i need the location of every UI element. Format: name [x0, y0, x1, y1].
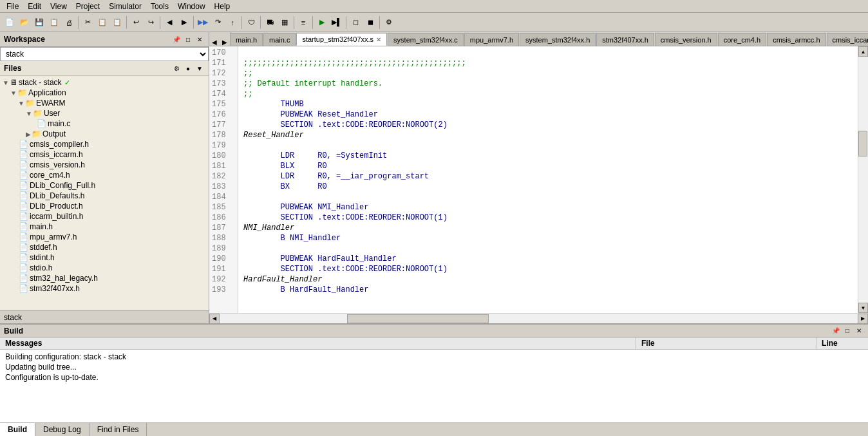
workspace-select[interactable]: stack	[0, 47, 209, 61]
code-content[interactable]: ;;;;;;;;;;;;;;;;;;;;;;;;;;;;;;;;;;;;;;;;…	[238, 46, 858, 313]
files-settings-icon[interactable]: ⚙	[171, 63, 182, 73]
pin-icon[interactable]: 📌	[171, 34, 182, 44]
tree-stdio[interactable]: 📄 stdio.h	[0, 263, 209, 273]
scroll-down-btn[interactable]: ▼	[858, 303, 868, 313]
toolbar-stack[interactable]: ▦	[278, 15, 292, 30]
toolbar-shield[interactable]: 🛡	[244, 15, 258, 30]
toolbar-step-over[interactable]: ↷	[211, 15, 225, 30]
maximize-icon[interactable]: □	[183, 34, 193, 44]
hscroll-thumb[interactable]	[347, 314, 489, 323]
tab-system-c[interactable]: system_stm32f4xx.c	[388, 33, 464, 46]
tree-dlib-config[interactable]: 📄 DLib_Config_Full.h	[0, 180, 209, 191]
scroll-thumb[interactable]	[858, 131, 867, 156]
tab-cmsis-ver[interactable]: cmsis_version.h	[655, 33, 717, 46]
hscroll-right-btn[interactable]: ▶	[858, 314, 868, 324]
toolbar-device[interactable]: ⚙	[382, 15, 396, 30]
menu-file[interactable]: File	[3, 1, 23, 12]
toolbar-undo[interactable]: ↩	[129, 15, 143, 30]
tree-ewarm[interactable]: ▼ 📁 EWARM	[0, 98, 209, 108]
tab-cmsis-iccarm[interactable]: cmsis_iccarm.h	[827, 33, 868, 46]
ewarm-folder-icon: 📁	[25, 99, 35, 108]
sidebar-bottom-label: stack	[4, 313, 22, 322]
menu-simulator[interactable]: Simulator	[105, 1, 146, 12]
toolbar-cut[interactable]: ✂	[80, 15, 95, 30]
toolbar-run[interactable]: ▶	[315, 15, 329, 30]
tab-scroll-right[interactable]: ▶	[220, 39, 230, 46]
tree-iccarm-builtin[interactable]: 📄 iccarm_builtin.h	[0, 211, 209, 222]
menu-project[interactable]: Project	[72, 1, 104, 12]
toolbar-open[interactable]: 📂	[17, 15, 32, 30]
tree-user[interactable]: ▼ 📁 User	[0, 108, 209, 118]
toolbar-bookmark[interactable]: ⛟	[263, 15, 277, 30]
files-dot-icon[interactable]: ●	[183, 63, 193, 73]
bottom-tab-debug-log[interactable]: Debug Log	[35, 423, 90, 436]
tree-cmsis-version[interactable]: 📄 cmsis_version.h	[0, 160, 209, 170]
tab-startup-close[interactable]: ✕	[376, 36, 381, 43]
files-scroll-icon[interactable]: ▼	[194, 63, 205, 73]
toolbar-print[interactable]: 🖨	[62, 15, 76, 30]
hscroll-track[interactable]	[220, 314, 858, 324]
scroll-track[interactable]	[858, 57, 868, 303]
tab-main-h[interactable]: main.h	[230, 33, 263, 46]
tree-mpu-armv7[interactable]: 📄 mpu_armv7.h	[0, 232, 209, 242]
toolbar-nav-fwd[interactable]: ▶	[177, 15, 191, 30]
tree-dlib-product[interactable]: 📄 DLib_Product.h	[0, 201, 209, 211]
close-icon[interactable]: ✕	[194, 34, 205, 44]
toolbar-chip2[interactable]: ◼	[363, 15, 377, 30]
bottom-tab-build[interactable]: Build	[0, 423, 35, 436]
scroll-up-btn[interactable]: ▲	[858, 46, 868, 57]
tab-core-cm4[interactable]: core_cm4.h	[718, 33, 766, 46]
menu-view[interactable]: View	[46, 1, 71, 12]
tab-cmsis-armcc[interactable]: cmsis_armcc.h	[767, 33, 826, 46]
files-header: Files ⚙ ● ▼	[0, 61, 209, 76]
tab-scroll-left[interactable]: ◀	[209, 39, 220, 46]
tree-stddef[interactable]: 📄 stddef.h	[0, 242, 209, 252]
bottom-close-icon[interactable]: ✕	[854, 326, 864, 336]
output-expand-icon: ▶	[26, 131, 31, 138]
tree-main-c[interactable]: 📄 main.c	[0, 118, 209, 129]
horizontal-scrollbar[interactable]: ◀ ▶	[209, 313, 868, 323]
menu-help[interactable]: Help	[211, 1, 234, 12]
tab-startup[interactable]: startup_stm32f407xx.s ✕	[296, 33, 387, 46]
tree-stm32-hal-legacy[interactable]: 📄 stm32_hal_legacy.h	[0, 273, 209, 283]
tree-cmsis-compiler[interactable]: 📄 cmsis_compiler.h	[0, 139, 209, 149]
f10-label: mpu_armv7.h	[30, 232, 77, 242]
tab-main-c[interactable]: main.c	[263, 33, 296, 46]
tree-dlib-defaults[interactable]: 📄 DLib_Defaults.h	[0, 191, 209, 201]
app-expand-icon: ▼	[10, 90, 17, 97]
toolbar-save[interactable]: 💾	[32, 15, 46, 30]
tree-core-cm4[interactable]: 📄 core_cm4.h	[0, 170, 209, 180]
toolbar-run2[interactable]: ▶▌	[330, 15, 344, 30]
toolbar-paste[interactable]: 📋	[110, 15, 124, 30]
tree-application[interactable]: ▼ 📁 Application	[0, 88, 209, 98]
toolbar-debug-list[interactable]: ≡	[296, 15, 310, 30]
tab-stm32f407[interactable]: stm32f407xx.h	[596, 33, 654, 46]
vertical-scrollbar[interactable]: ▲ ▼	[858, 46, 868, 313]
toolbar-nav-back[interactable]: ◀	[162, 15, 176, 30]
toolbar-saveall[interactable]: 📋	[47, 15, 61, 30]
workspace-header: Workspace 📌 □ ✕	[0, 32, 209, 47]
hscroll-left-btn[interactable]: ◀	[209, 314, 220, 324]
bottom-tab-find[interactable]: Find in Files	[90, 423, 147, 436]
menu-window[interactable]: Window	[174, 1, 209, 12]
menu-tools[interactable]: Tools	[147, 1, 173, 12]
toolbar-step-into[interactable]: ▶▶	[196, 15, 210, 30]
tree-stdint[interactable]: 📄 stdint.h	[0, 252, 209, 263]
f15-label: stm32f407xx.h	[30, 284, 80, 293]
tree-cmsis-iccarm[interactable]: 📄 cmsis_iccarm.h	[0, 149, 209, 160]
toolbar-new[interactable]: 📄	[3, 15, 17, 30]
menu-edit[interactable]: Edit	[24, 1, 45, 12]
tree-output[interactable]: ▶ 📁 Output	[0, 129, 209, 139]
tree-main-h[interactable]: 📄 main.h	[0, 222, 209, 232]
toolbar-step-out[interactable]: ↑	[225, 15, 240, 30]
tab-mpu[interactable]: mpu_armv7.h	[464, 33, 519, 46]
tab-system-h[interactable]: system_stm32f4xx.h	[520, 33, 596, 46]
build-content: Building configuration: stack - stackUpd…	[0, 350, 868, 422]
tree-stm32f407xx[interactable]: 📄 stm32f407xx.h	[0, 283, 209, 294]
toolbar-copy[interactable]: 📋	[95, 15, 109, 30]
bottom-pin-icon[interactable]: 📌	[831, 326, 841, 336]
bottom-maximize-icon[interactable]: □	[842, 326, 853, 336]
tree-root[interactable]: ▼ 🖥 stack - stack ✓	[0, 77, 209, 88]
toolbar-redo[interactable]: ↪	[144, 15, 158, 30]
toolbar-chip[interactable]: ◻	[348, 15, 363, 30]
